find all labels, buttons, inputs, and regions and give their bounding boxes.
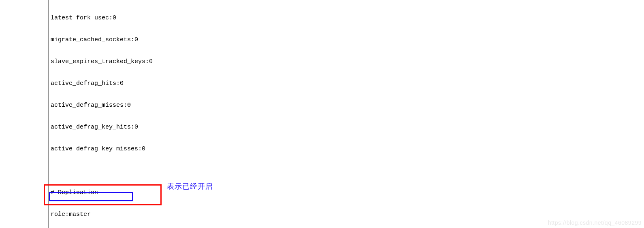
annotation-label: 表示已经开启 (167, 183, 213, 190)
output-line: migrate_cached_sockets:0 (51, 36, 251, 44)
output-line: role:master (51, 211, 251, 218)
output-line: active_defrag_misses:0 (51, 102, 251, 109)
output-line: active_defrag_key_misses:0 (51, 146, 251, 153)
watermark-text: https://blog.csdn.net/qq_46089299 (548, 219, 642, 226)
output-line: slave_expires_tracked_keys:0 (51, 58, 251, 65)
output-line: active_defrag_key_hits:0 (51, 124, 251, 131)
output-line: active_defrag_hits:0 (51, 80, 251, 87)
highlight-box-blue (49, 192, 133, 201)
terminal-screenshot: latest_fork_usec:0 migrate_cached_socket… (0, 0, 644, 228)
blank-line (51, 167, 251, 175)
output-line: latest_fork_usec:0 (51, 15, 251, 22)
